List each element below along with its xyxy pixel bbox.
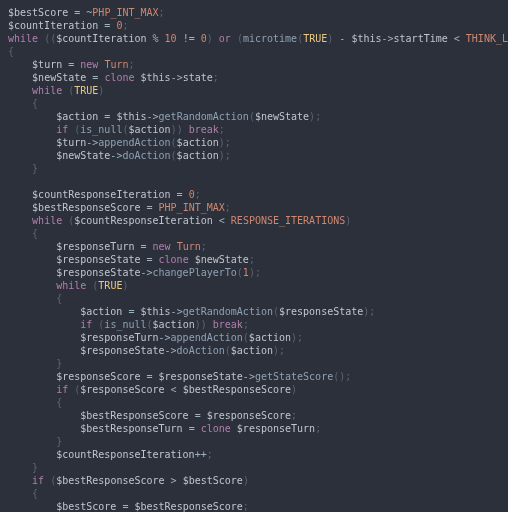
keyword-while: while bbox=[56, 280, 86, 291]
const: RESPONSE_ITERATIONS bbox=[231, 215, 345, 226]
var: $responseTurn bbox=[80, 332, 158, 343]
var: $bestScore bbox=[56, 501, 116, 512]
prop: state bbox=[183, 72, 213, 83]
fn: doAction bbox=[177, 345, 225, 356]
keyword-while: while bbox=[32, 85, 62, 96]
keyword-break: break bbox=[213, 319, 243, 330]
var: $bestResponseTurn bbox=[80, 423, 182, 434]
var: $countIteration bbox=[8, 20, 98, 31]
var: $this bbox=[116, 111, 146, 122]
const: PHP_INT_MAX bbox=[159, 202, 225, 213]
var: $newState bbox=[255, 111, 309, 122]
var: $action bbox=[249, 332, 291, 343]
var: $responseState bbox=[56, 254, 140, 265]
keyword-clone: clone bbox=[201, 423, 231, 434]
var: $this bbox=[141, 72, 171, 83]
var: $action bbox=[177, 137, 219, 148]
keyword-new: new bbox=[80, 59, 98, 70]
keyword-while: while bbox=[8, 33, 38, 44]
bool: TRUE bbox=[303, 33, 327, 44]
keyword-new: new bbox=[153, 241, 171, 252]
keyword-break: break bbox=[189, 124, 219, 135]
bool: TRUE bbox=[98, 280, 122, 291]
var: $turn bbox=[32, 59, 62, 70]
var: $newState bbox=[56, 150, 110, 161]
keyword-if: if bbox=[56, 124, 68, 135]
var: $bestResponseScore bbox=[56, 475, 164, 486]
class: Turn bbox=[104, 59, 128, 70]
fn: getRandomAction bbox=[183, 306, 273, 317]
var: $responseTurn bbox=[237, 423, 315, 434]
var: $bestResponseScore bbox=[134, 501, 242, 512]
fn: microtime bbox=[243, 33, 297, 44]
var: $bestResponseScore bbox=[80, 410, 188, 421]
var: $countResponseIteration bbox=[74, 215, 212, 226]
var: $action bbox=[231, 345, 273, 356]
var: $this bbox=[351, 33, 381, 44]
code-block: $bestScore = ~PHP_INT_MAX; $countIterati… bbox=[0, 0, 508, 512]
keyword-while: while bbox=[32, 215, 62, 226]
fn: doAction bbox=[122, 150, 170, 161]
var: $newState bbox=[195, 254, 249, 265]
fn: changePlayerTo bbox=[153, 267, 237, 278]
var: $turn bbox=[56, 137, 86, 148]
var: $bestScore bbox=[183, 475, 243, 486]
fn: is_null bbox=[80, 124, 122, 135]
var: $responseState bbox=[159, 371, 243, 382]
var: $countResponseIteration bbox=[32, 189, 170, 200]
var: $action bbox=[177, 150, 219, 161]
var: $action bbox=[56, 111, 98, 122]
class: Turn bbox=[177, 241, 201, 252]
var: $bestResponseScore bbox=[32, 202, 140, 213]
var: $responseTurn bbox=[56, 241, 134, 252]
var: $responseState bbox=[279, 306, 363, 317]
keyword-clone: clone bbox=[104, 72, 134, 83]
var: $bestScore bbox=[8, 7, 68, 18]
keyword-if: if bbox=[56, 384, 68, 395]
var: $responseScore bbox=[80, 384, 164, 395]
var: $bestResponseScore bbox=[183, 384, 291, 395]
keyword-or: or bbox=[219, 33, 231, 44]
var: $action bbox=[153, 319, 195, 330]
var: $responseState bbox=[56, 267, 140, 278]
keyword-if: if bbox=[80, 319, 92, 330]
keyword-if: if bbox=[32, 475, 44, 486]
var: $countResponseIteration bbox=[56, 449, 194, 460]
fn: is_null bbox=[104, 319, 146, 330]
num: 10 bbox=[165, 33, 177, 44]
var: $action bbox=[128, 124, 170, 135]
const: THINK_LIMIT bbox=[466, 33, 508, 44]
keyword-clone: clone bbox=[159, 254, 189, 265]
var: $responseState bbox=[80, 345, 164, 356]
prop: startTime bbox=[394, 33, 448, 44]
fn: getStateScore bbox=[255, 371, 333, 382]
fn: getRandomAction bbox=[159, 111, 249, 122]
var: $responseScore bbox=[207, 410, 291, 421]
var: $responseScore bbox=[56, 371, 140, 382]
var: $action bbox=[80, 306, 122, 317]
var: $this bbox=[141, 306, 171, 317]
fn: appendAction bbox=[171, 332, 243, 343]
const: PHP_INT_MAX bbox=[92, 7, 158, 18]
fn: appendAction bbox=[98, 137, 170, 148]
bool: TRUE bbox=[74, 85, 98, 96]
var: $newState bbox=[32, 72, 86, 83]
var: $countIteration bbox=[56, 33, 146, 44]
